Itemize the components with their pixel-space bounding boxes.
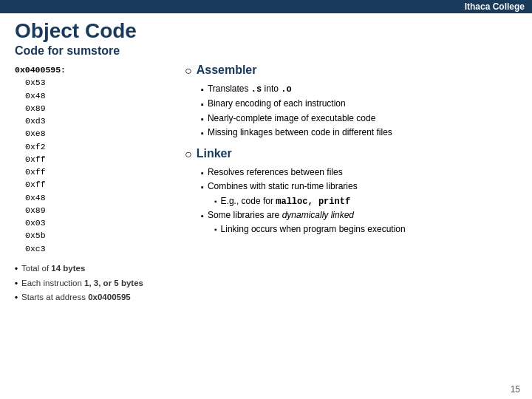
linker-bullets: ▪ Resolves references between files ▪ Co… [201,166,517,236]
bullet-dot-2: • [15,277,18,290]
linker-heading-row: ○ Linker [185,147,517,161]
left-bullet-3-text: Starts at address 0x0400595 [21,291,131,304]
left-bullet-1: • Total of 14 bytes [15,262,170,276]
hex-line-6: 0xf2 [25,140,170,153]
assembler-bullet-2: ▪ Binary encoding of each instruction [201,97,517,111]
main-content: 0x0400595: 0x53 0x48 0x89 0xd3 0xe8 0xf2… [0,64,532,306]
code-block: 0x0400595: 0x53 0x48 0x89 0xd3 0xe8 0xf2… [15,64,170,255]
hex-line-5: 0xe8 [25,127,170,140]
linker-bullet-3: ▪ Some libraries are dynamically linked [201,208,517,222]
hex-line-7: 0xff [25,153,170,166]
linker-heading: Linker [197,147,232,160]
section-subtitle: Code for sumstore [0,44,532,64]
linker-circle-marker: ○ [185,147,192,161]
linker-sub-sub-bullets-1: ▪ E.g., code for malloc, printf [214,194,517,208]
linker-sub-sub-text-2: Linking occurs when program begins execu… [221,222,406,236]
assembler-bullet-1: ▪ Translates .s into .o [201,82,517,96]
assembler-heading-row: ○ Assembler [185,64,517,78]
left-bullet-2-text: Each instruction 1, 3, or 5 bytes [21,277,143,290]
linker-bullet-marker-2: ▪ [201,181,204,194]
assembler-bullet-marker-2: ▪ [201,98,204,111]
linker-sub-sub-bullet-1: ▪ E.g., code for malloc, printf [214,194,517,208]
hex-line-11: 0x89 [25,204,170,216]
assembler-circle-marker: ○ [185,64,192,78]
assembler-bullet-2-text: Binary encoding of each instruction [208,97,346,110]
hex-line-12: 0x03 [25,216,170,229]
linker-bullet-marker-3: ▪ [201,210,204,222]
linker-sub-sub-marker-1: ▪ [214,196,217,207]
assembler-bullet-4-text: Missing linkages between code in differe… [208,126,392,139]
linker-bullet-2-text: Combines with static run-time libraries [208,180,358,193]
page-title: Object Code [0,13,532,44]
left-bullet-2: • Each instruction 1, 3, or 5 bytes [15,277,170,290]
left-panel: 0x0400595: 0x53 0x48 0x89 0xd3 0xe8 0xf2… [15,64,170,306]
hex-line-13: 0x5b [25,229,170,242]
left-bullet-1-text: Total of 14 bytes [21,262,85,276]
linker-bullet-1: ▪ Resolves references between files [201,166,517,180]
left-bullet-3: • Starts at address 0x0400595 [15,291,170,304]
linker-sub-sub-bullet-2: ▪ Linking occurs when program begins exe… [214,222,517,236]
hex-codes: 0x53 0x48 0x89 0xd3 0xe8 0xf2 0xff 0xff … [25,76,170,255]
hex-line-14: 0xc3 [25,242,170,255]
hex-line-9: 0xff [25,178,170,191]
hex-line-3: 0x89 [25,102,170,115]
brand-label: Ithaca College [465,1,525,12]
right-panel: ○ Assembler ▪ Translates .s into .o ▪ Bi… [185,64,517,306]
linker-bullet-1-text: Resolves references between files [208,166,343,179]
assembler-bullet-marker-4: ▪ [201,127,204,140]
linker-sub-sub-marker-2: ▪ [214,224,217,235]
hex-line-10: 0x48 [25,191,170,204]
bullet-dot-3: • [15,291,18,304]
linker-sub-sub-bullets-2: ▪ Linking occurs when program begins exe… [214,222,517,236]
hex-line-4: 0xd3 [25,115,170,127]
left-bullets: • Total of 14 bytes • Each instruction 1… [15,262,170,304]
linker-bullet-2: ▪ Combines with static run-time librarie… [201,180,517,194]
assembler-bullet-1-text: Translates .s into .o [208,82,292,96]
hex-line-2: 0x48 [25,89,170,102]
assembler-bullet-3: ▪ Nearly-complete image of executable co… [201,112,517,126]
code-address: 0x0400595: [15,64,170,76]
assembler-bullets: ▪ Translates .s into .o ▪ Binary encodin… [201,82,517,140]
hex-line-1: 0x53 [25,76,170,89]
page-number: 15 [511,384,520,395]
linker-sub-sub-text-1: E.g., code for malloc, printf [221,194,351,208]
hex-line-8: 0xff [25,166,170,178]
assembler-bullet-3-text: Nearly-complete image of executable code [208,112,375,125]
assembler-bullet-4: ▪ Missing linkages between code in diffe… [201,126,517,140]
assembler-bullet-marker-1: ▪ [201,83,204,96]
assembler-bullet-marker-3: ▪ [201,113,204,126]
top-bar: Ithaca College [0,0,532,13]
assembler-heading: Assembler [197,64,257,77]
bullet-dot-1: • [15,262,18,276]
linker-bullet-3-text: Some libraries are dynamically linked [208,208,354,222]
linker-bullet-marker-1: ▪ [201,167,204,180]
